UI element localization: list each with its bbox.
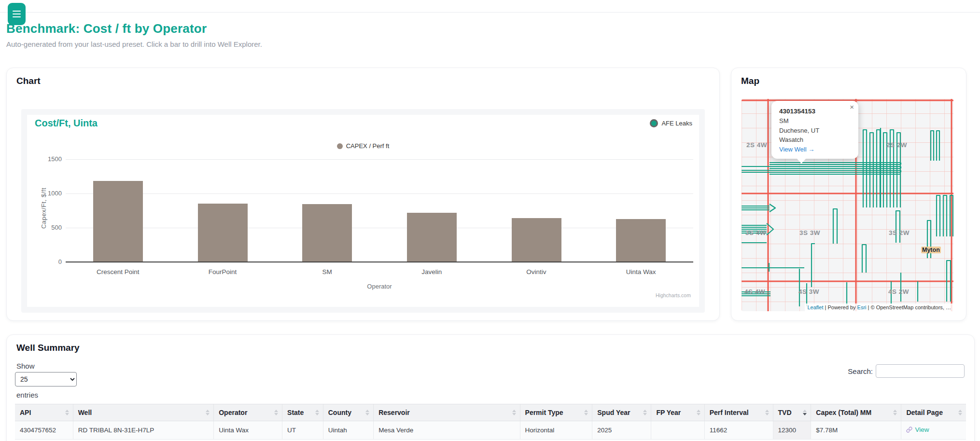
- sort-icon: [206, 410, 210, 415]
- capex-legend-dot-icon: [337, 143, 343, 149]
- township-label: 3S 2W: [889, 229, 910, 236]
- x-category-label: Crescent Point: [66, 268, 170, 276]
- legend-item-capex-perf-ft[interactable]: CAPEX / Perf ft: [27, 142, 699, 150]
- gridline: [66, 159, 693, 160]
- column-header-detail-page[interactable]: Detail Page: [901, 404, 966, 421]
- popup-close-icon[interactable]: ×: [850, 103, 854, 111]
- show-label: Show: [16, 362, 35, 370]
- highcharts-container: Cost/Ft, Uinta AFE Leaks CAPEX / Perf ft…: [27, 115, 699, 307]
- well-summary-heading: Well Summary: [16, 343, 80, 353]
- chart-bar[interactable]: [93, 181, 143, 262]
- township-label: 4S 3W: [798, 288, 819, 295]
- page-subtitle: Auto-generated from your last-used prese…: [6, 40, 262, 48]
- esri-link[interactable]: Esri: [857, 304, 867, 310]
- township-label: 2S 4W: [746, 141, 767, 149]
- table-cell: RD TRIBAL 8N-31E-H7LP: [73, 421, 214, 440]
- y-tick-label: 500: [40, 224, 62, 231]
- view-well-link[interactable]: View Well →: [779, 146, 814, 153]
- table-cell: Uintah: [323, 421, 373, 440]
- chart-bar[interactable]: [512, 218, 561, 262]
- table-cell: Horizontal: [520, 421, 592, 440]
- chart-inset-panel: Cost/Ft, Uinta AFE Leaks CAPEX / Perf ft…: [21, 109, 705, 313]
- search-label: Search:: [848, 367, 873, 375]
- detail-page-cell: View: [901, 421, 966, 440]
- gridline: [66, 193, 693, 194]
- chart-card: Chart Cost/Ft, Uinta AFE Leaks CAPEX / P…: [6, 68, 720, 321]
- menu-button[interactable]: [8, 3, 26, 25]
- column-header-tvd[interactable]: TVD: [773, 404, 811, 421]
- x-category-label: Javelin: [379, 268, 484, 276]
- x-category-label: Ovintiv: [484, 268, 589, 276]
- column-header-permit-type[interactable]: Permit Type: [520, 404, 592, 421]
- leaflet-map[interactable]: 2S 4W2S 2W3S 4W3S 3W3S 2W4S 4W4S 3W4S 2W…: [742, 99, 953, 311]
- table-cell: Uinta Wax: [214, 421, 282, 440]
- table-cell: [651, 421, 704, 440]
- y-tick-label: 1500: [40, 155, 62, 163]
- column-header-spud-year[interactable]: Spud Year: [592, 404, 651, 421]
- page-size-select[interactable]: 25: [15, 372, 77, 386]
- well-summary-card: Well Summary Show 25 entries Search: API…: [6, 334, 975, 441]
- table-cell: Mesa Verde: [374, 421, 520, 440]
- table-row: 4304757652RD TRIBAL 8N-31E-H7LPUinta Wax…: [15, 421, 966, 440]
- table-cell: $7.78M: [811, 421, 901, 440]
- y-tick-label: 0: [40, 258, 62, 265]
- table-cell: UT: [282, 421, 323, 440]
- chart-bar[interactable]: [198, 204, 248, 262]
- gridline: [66, 228, 693, 228]
- entries-label: entries: [16, 391, 38, 399]
- osm-attribution: © OpenStreetMap contributors, …: [871, 304, 951, 310]
- sort-icon: [584, 410, 588, 415]
- chart-bar[interactable]: [407, 213, 457, 262]
- column-header-api[interactable]: API: [15, 404, 73, 421]
- column-header-well[interactable]: Well: [73, 404, 214, 421]
- sort-icon: [765, 410, 769, 415]
- y-axis-title: Capex/Ft, $/ft: [40, 175, 47, 242]
- sort-icon: [274, 410, 278, 415]
- sort-icon: [958, 410, 962, 415]
- sort-icon: [643, 410, 647, 415]
- chart-bar[interactable]: [302, 204, 352, 262]
- table-cell: 11662: [704, 421, 773, 440]
- afe-leaks-legend-label: AFE Leaks: [661, 120, 692, 127]
- sort-icon: [315, 410, 319, 415]
- map-popup: × 4301354153 SM Duchesne, UT Wasatch Vie…: [771, 101, 858, 159]
- township-label: 4S 4W: [744, 288, 765, 295]
- well-summary-table: APIWellOperatorStateCountyReservoirPermi…: [15, 404, 966, 440]
- table-cell: 2025: [592, 421, 651, 440]
- leaflet-link[interactable]: Leaflet: [807, 304, 823, 310]
- column-header-state[interactable]: State: [282, 404, 323, 421]
- sort-icon: [512, 410, 516, 415]
- column-header-fp-year[interactable]: FP Year: [651, 404, 704, 421]
- township-label: 3S 4W: [745, 229, 766, 236]
- map-town-label: Myton: [921, 247, 941, 253]
- search-input[interactable]: [876, 364, 965, 378]
- township-label: 3S 3W: [799, 229, 820, 236]
- afe-leaks-legend-dot-icon: [650, 119, 658, 127]
- township-label: 4S 2W: [888, 288, 909, 295]
- map-card-heading: Map: [741, 76, 759, 86]
- sort-icon: [365, 410, 369, 415]
- table-cell: 12300: [773, 421, 811, 440]
- chart-bar[interactable]: [616, 219, 666, 262]
- view-detail-link[interactable]: View: [906, 426, 929, 433]
- popup-api-number: 4301354153: [779, 107, 852, 116]
- column-header-operator[interactable]: Operator: [214, 404, 282, 421]
- popup-location: Duchesne, UT: [779, 126, 852, 136]
- highcharts-credit-link[interactable]: Highcharts.com: [656, 292, 691, 298]
- sort-icon: [803, 410, 807, 415]
- column-header-perf-interval[interactable]: Perf Interval: [704, 404, 773, 421]
- popup-operator: SM: [779, 116, 852, 126]
- sort-icon: [65, 410, 69, 415]
- page-title: Benchmark: Cost / ft by Operator: [6, 21, 207, 36]
- column-header-capex-total-mm[interactable]: Capex (Total) MM: [811, 404, 901, 421]
- popup-tip: [797, 158, 806, 164]
- chart-title: Cost/Ft, Uinta: [35, 118, 98, 129]
- popup-formation: Wasatch: [779, 135, 852, 145]
- link-icon: [906, 427, 912, 433]
- x-category-label: SM: [275, 268, 379, 276]
- map-attribution: Leaflet | Powered by Esri | © OpenStreet…: [805, 303, 953, 311]
- column-header-reservoir[interactable]: Reservoir: [374, 404, 520, 421]
- column-header-county[interactable]: County: [323, 404, 373, 421]
- legend-item-afe-leaks[interactable]: AFE Leaks: [650, 119, 692, 127]
- table-cell: 4304757652: [15, 421, 73, 440]
